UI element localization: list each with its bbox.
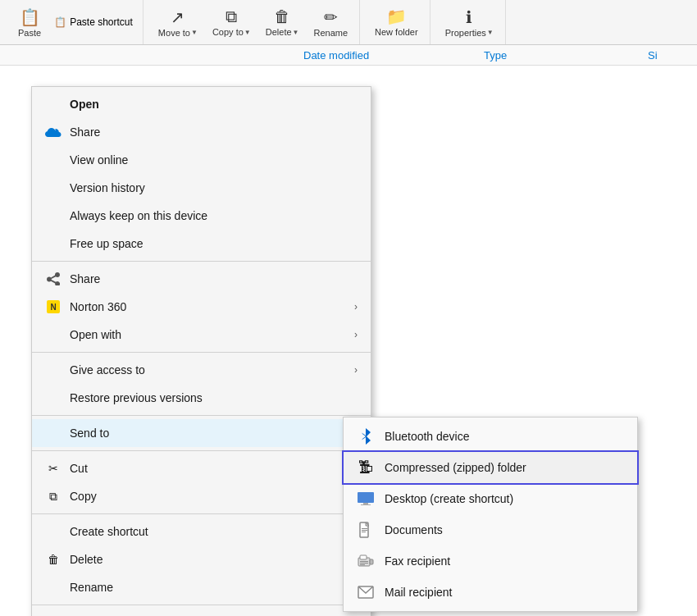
menu-item-norton[interactable]: N Norton 360 › bbox=[32, 293, 371, 321]
menu-item-delete[interactable]: 🗑 Delete bbox=[32, 545, 371, 573]
share-icon bbox=[45, 271, 61, 287]
paste-button[interactable]: 📋 Paste bbox=[11, 2, 48, 42]
compressed-folder-icon: 🗜 bbox=[357, 459, 375, 477]
clipboard-group: 📋 Paste 📋 Paste shortcut bbox=[7, 0, 144, 44]
version-history-label: Version history bbox=[70, 181, 358, 194]
norton-chevron: › bbox=[354, 301, 358, 313]
separator-3 bbox=[32, 415, 371, 416]
svg-rect-11 bbox=[360, 564, 365, 565]
delete-item-label: Delete bbox=[70, 553, 358, 566]
view-online-icon bbox=[45, 152, 61, 168]
open-with-icon bbox=[45, 326, 61, 343]
give-access-chevron: › bbox=[354, 364, 358, 376]
delete-button[interactable]: 🗑 Delete ▼ bbox=[259, 2, 306, 42]
menu-item-cut[interactable]: ✂ Cut bbox=[32, 454, 371, 482]
new-folder-icon: 📁 bbox=[386, 7, 407, 26]
rename-item-icon bbox=[45, 579, 61, 595]
submenu-mail[interactable]: Mail recipient bbox=[344, 577, 637, 608]
main-content: Open Share View online Version history A… bbox=[0, 66, 697, 616]
desktop-label: Desktop (create shortcut) bbox=[385, 492, 513, 505]
copy-to-button[interactable]: ⧉ Copy to ▼ bbox=[206, 2, 257, 42]
give-access-icon bbox=[45, 362, 61, 378]
move-to-icon: ↗ bbox=[171, 7, 184, 27]
share-label: Share bbox=[70, 272, 358, 285]
menu-item-free-up-space[interactable]: Free up space bbox=[32, 230, 371, 258]
svg-rect-5 bbox=[362, 530, 367, 531]
toolbar: 📋 Paste 📋 Paste shortcut ↗ Move to ▼ ⧉ C… bbox=[0, 0, 697, 45]
cut-icon: ✂ bbox=[45, 460, 61, 477]
menu-item-send-to[interactable]: Send to › bbox=[32, 419, 371, 447]
norton-label: Norton 360 bbox=[70, 300, 346, 313]
organize-group: ↗ Move to ▼ ⧉ Copy to ▼ 🗑 Delete ▼ ✏ Ren… bbox=[147, 0, 360, 44]
menu-item-open-with[interactable]: Open with › bbox=[32, 321, 371, 349]
type-header[interactable]: Type bbox=[484, 49, 507, 62]
menu-item-copy[interactable]: ⧉ Copy bbox=[32, 482, 371, 510]
properties-label: Properties bbox=[445, 28, 486, 38]
svg-rect-8 bbox=[360, 555, 367, 559]
copy-to-label: Copy to bbox=[212, 27, 244, 37]
rename-button[interactable]: ✏ Rename bbox=[307, 2, 354, 42]
compressed-label: Compressed (zipped) folder bbox=[385, 461, 526, 474]
copy-icon: ⧉ bbox=[45, 488, 61, 504]
context-menu: Open Share View online Version history A… bbox=[31, 86, 371, 616]
menu-item-give-access[interactable]: Give access to › bbox=[32, 356, 371, 384]
create-shortcut-label: Create shortcut bbox=[70, 525, 358, 538]
size-header[interactable]: Si bbox=[648, 49, 658, 62]
move-to-button[interactable]: ↗ Move to ▼ bbox=[152, 2, 204, 42]
send-to-submenu: Bluetooth device 🗜 Compressed (zipped) f… bbox=[343, 417, 638, 612]
rename-icon: ✏ bbox=[324, 7, 338, 27]
open-icon bbox=[45, 96, 61, 112]
bluetooth-label: Bluetooth device bbox=[385, 430, 470, 443]
menu-item-properties[interactable]: Properties bbox=[32, 609, 371, 616]
menu-item-create-shortcut[interactable]: Create shortcut bbox=[32, 518, 371, 545]
submenu-compressed[interactable]: 🗜 Compressed (zipped) folder bbox=[344, 452, 637, 483]
copy-label: Copy bbox=[70, 490, 358, 503]
submenu-bluetooth[interactable]: Bluetooth device bbox=[344, 421, 637, 452]
properties-arrow: ▼ bbox=[487, 29, 494, 36]
properties-button[interactable]: ℹ Properties ▼ bbox=[439, 2, 500, 42]
rename-label: Rename bbox=[313, 28, 348, 38]
menu-item-open[interactable]: Open bbox=[32, 90, 371, 118]
menu-item-share-onedrive[interactable]: Share bbox=[32, 118, 371, 146]
svg-rect-6 bbox=[362, 532, 366, 532]
svg-rect-10 bbox=[360, 563, 368, 564]
paste-label: Paste bbox=[18, 28, 41, 38]
give-access-label: Give access to bbox=[70, 363, 346, 376]
norton-icon: N bbox=[45, 299, 61, 315]
desktop-icon bbox=[357, 490, 375, 508]
delete-arrow: ▼ bbox=[293, 29, 299, 36]
cut-label: Cut bbox=[70, 462, 358, 475]
paste-shortcut-button[interactable]: 📋 Paste shortcut bbox=[49, 15, 138, 30]
paste-shortcut-label: Paste shortcut bbox=[70, 16, 133, 28]
mail-icon bbox=[357, 583, 375, 601]
create-shortcut-icon bbox=[45, 523, 61, 540]
column-headers: Date modified Type Si bbox=[0, 45, 697, 66]
menu-item-rename[interactable]: Rename bbox=[32, 573, 371, 601]
date-modified-header[interactable]: Date modified bbox=[303, 49, 369, 62]
submenu-fax[interactable]: Fax recipient bbox=[344, 545, 637, 577]
svg-rect-0 bbox=[358, 492, 374, 503]
menu-item-restore[interactable]: Restore previous versions bbox=[32, 384, 371, 412]
menu-item-view-online[interactable]: View online bbox=[32, 146, 371, 174]
svg-rect-2 bbox=[361, 504, 371, 505]
fax-label: Fax recipient bbox=[385, 554, 450, 568]
version-history-icon bbox=[45, 180, 61, 196]
free-up-label: Free up space bbox=[70, 237, 358, 250]
paste-shortcut-icon: 📋 bbox=[54, 16, 66, 28]
restore-label: Restore previous versions bbox=[70, 391, 358, 404]
submenu-documents[interactable]: Documents bbox=[344, 514, 637, 545]
new-folder-button[interactable]: 📁 New folder bbox=[368, 2, 425, 42]
share-onedrive-label: Share bbox=[70, 125, 358, 139]
view-online-label: View online bbox=[70, 153, 358, 167]
fax-icon bbox=[357, 552, 375, 570]
new-folder-label: New folder bbox=[375, 27, 418, 38]
menu-item-version-history[interactable]: Version history bbox=[32, 174, 371, 202]
always-keep-icon bbox=[45, 208, 61, 224]
open-with-chevron: › bbox=[354, 329, 358, 340]
rename-item-label: Rename bbox=[70, 581, 358, 594]
separator-5 bbox=[32, 513, 371, 514]
open-group: ℹ Properties ▼ bbox=[434, 0, 506, 44]
menu-item-always-keep[interactable]: Always keep on this device bbox=[32, 202, 371, 230]
menu-item-share[interactable]: Share bbox=[32, 265, 371, 293]
submenu-desktop[interactable]: Desktop (create shortcut) bbox=[344, 483, 637, 514]
